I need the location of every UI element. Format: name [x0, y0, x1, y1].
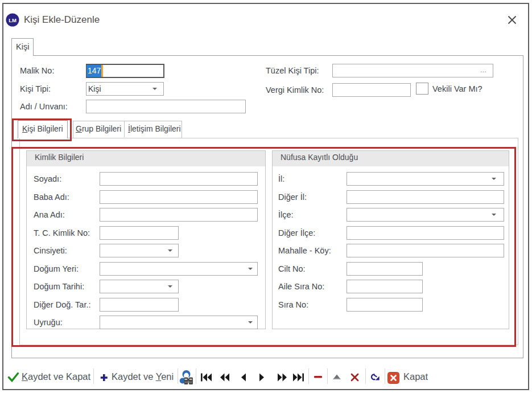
svg-text:LM: LM	[9, 17, 17, 23]
